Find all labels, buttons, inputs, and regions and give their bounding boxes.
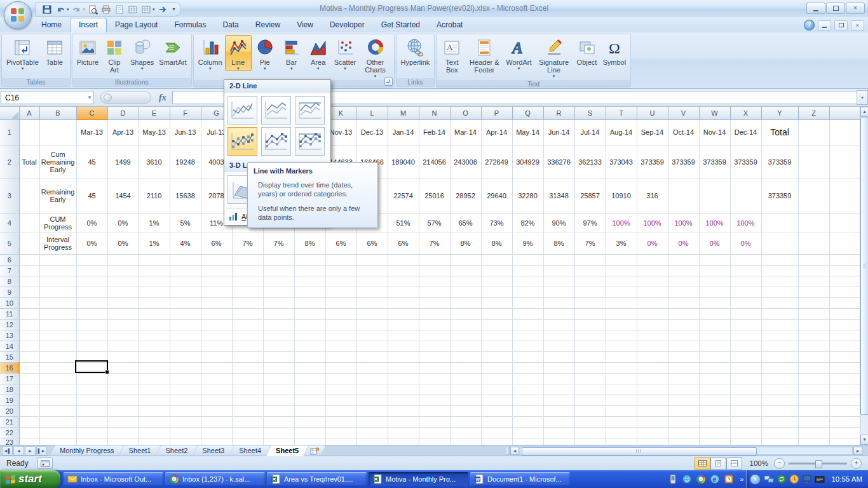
cell-K14[interactable] [325, 341, 356, 351]
cell-Q1[interactable]: May-14 [512, 119, 543, 145]
cell-Q17[interactable] [512, 373, 543, 384]
cell-Z4[interactable] [798, 213, 829, 233]
cell-L11[interactable] [356, 308, 388, 319]
cell-E15[interactable] [139, 351, 170, 362]
horizontal-scroll-thumb[interactable] [522, 447, 757, 456]
cell-R15[interactable] [543, 351, 574, 362]
cell-S3[interactable]: 25857 [574, 179, 606, 213]
cell-L19[interactable] [356, 395, 388, 405]
cell-S17[interactable] [574, 373, 606, 384]
cell-C5[interactable]: 0% [76, 233, 107, 254]
cell-Q13[interactable] [512, 330, 543, 341]
cell-W21[interactable] [699, 416, 730, 427]
cell-J22[interactable] [294, 427, 325, 438]
object-button[interactable]: Object [574, 35, 600, 67]
cell-D23[interactable] [107, 438, 139, 445]
cell-V16[interactable] [668, 362, 699, 373]
cell-V1[interactable]: Oct-14 [668, 119, 699, 145]
tab-data[interactable]: Data [214, 18, 247, 32]
cell-Y10[interactable] [761, 297, 798, 308]
cell-Q5[interactable]: 9% [512, 233, 543, 254]
cell-B15[interactable] [39, 351, 76, 362]
cell-L23[interactable] [356, 438, 388, 445]
cell-R17[interactable] [543, 373, 574, 384]
cell-P11[interactable] [481, 308, 512, 319]
picture-button[interactable]: Picture [74, 35, 101, 67]
cell-O9[interactable] [450, 287, 481, 297]
cell-P6[interactable] [481, 254, 512, 265]
sheet-tab-sheet1[interactable]: Sheet1 [119, 445, 161, 456]
cell-P22[interactable] [481, 427, 512, 438]
cell-N10[interactable] [419, 297, 450, 308]
row-header-3[interactable]: 3 [0, 179, 19, 213]
cell-G19[interactable] [201, 395, 232, 405]
cell-K22[interactable] [325, 427, 356, 438]
cell-P20[interactable] [481, 405, 512, 416]
cell-T14[interactable] [606, 341, 637, 351]
cell-P19[interactable] [481, 395, 512, 405]
cell-U1[interactable]: Sep-14 [637, 119, 668, 145]
cell-U22[interactable] [637, 427, 668, 438]
cell-T23[interactable] [606, 438, 637, 445]
office-button[interactable] [4, 1, 32, 29]
cell-K15[interactable] [325, 351, 356, 362]
cell-S23[interactable] [574, 438, 606, 445]
cell-D14[interactable] [107, 341, 139, 351]
cell-X22[interactable] [730, 427, 761, 438]
cell-E8[interactable] [139, 276, 170, 287]
cell-K7[interactable] [325, 265, 356, 276]
cell-R20[interactable] [543, 405, 574, 416]
cell-T5[interactable]: 3% [606, 233, 637, 254]
cell-J12[interactable] [294, 319, 325, 330]
cell-C17[interactable] [76, 373, 107, 384]
cell-K8[interactable] [325, 276, 356, 287]
cell-W19[interactable] [699, 395, 730, 405]
cell-J11[interactable] [294, 308, 325, 319]
cell-V2[interactable]: 373359 [668, 145, 699, 179]
cell-X4[interactable]: 100% [730, 213, 761, 233]
menu-tile-line[interactable] [227, 96, 257, 125]
cell-G6[interactable] [201, 254, 232, 265]
clip-art-button[interactable]: Clip Art [101, 35, 128, 74]
row-header-16[interactable]: 16 [0, 362, 19, 373]
first-sheet-icon[interactable]: ◄▌ [2, 446, 13, 456]
cell-Z11[interactable] [798, 308, 829, 319]
row-header-9[interactable]: 9 [0, 287, 19, 297]
cell-C1[interactable]: Mar-13 [76, 119, 107, 145]
cell-N23[interactable] [419, 438, 450, 445]
col-header-L[interactable]: L [356, 107, 388, 119]
cell-U14[interactable] [637, 341, 668, 351]
calendar-icon[interactable] [724, 474, 734, 484]
cell-J17[interactable] [294, 373, 325, 384]
cell-Q23[interactable] [512, 438, 543, 445]
cell-Q19[interactable] [512, 395, 543, 405]
hyperlink-button[interactable]: Hyperlink [398, 35, 433, 67]
cell-S13[interactable] [574, 330, 606, 341]
cell-L12[interactable] [356, 319, 388, 330]
cell-D21[interactable] [107, 416, 139, 427]
cell-M10[interactable] [388, 297, 419, 308]
cell-U10[interactable] [637, 297, 668, 308]
cell-K18[interactable] [325, 384, 356, 395]
cell-W18[interactable] [699, 384, 730, 395]
cell-W23[interactable] [699, 438, 730, 445]
cell-S6[interactable] [574, 254, 606, 265]
cell-N22[interactable] [419, 427, 450, 438]
cell-V6[interactable] [668, 254, 699, 265]
cell-E4[interactable]: 1% [139, 213, 170, 233]
cell-H17[interactable] [232, 373, 263, 384]
cell-S11[interactable] [574, 308, 606, 319]
cell-C7[interactable] [76, 265, 107, 276]
cell-M8[interactable] [388, 276, 419, 287]
cell-J5[interactable]: 8% [294, 233, 325, 254]
cell-Z19[interactable] [798, 395, 829, 405]
cell-F1[interactable]: Jun-13 [170, 119, 201, 145]
cell-E7[interactable] [139, 265, 170, 276]
chrome-icon[interactable] [696, 474, 706, 484]
cell-H15[interactable] [232, 351, 263, 362]
cell-Z3[interactable] [798, 179, 829, 213]
cell-L5[interactable]: 6% [356, 233, 388, 254]
cell-S10[interactable] [574, 297, 606, 308]
cell-M22[interactable] [388, 427, 419, 438]
cell-O7[interactable] [450, 265, 481, 276]
